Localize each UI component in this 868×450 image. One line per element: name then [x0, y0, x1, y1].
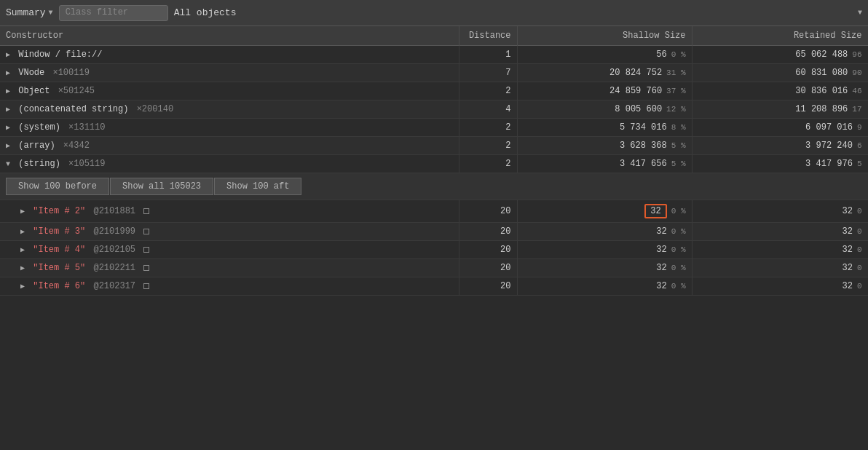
shallow-pct: 0 %	[671, 245, 686, 254]
table-row[interactable]: ▶ VNode ×100119 7 20 824 75231 % 60 831 …	[0, 64, 868, 82]
toolbar: Summary ▼ Class filter All objects ▼	[0, 0, 868, 26]
expand-arrow[interactable]: ▶	[6, 50, 10, 59]
shallow-size-cell: 3 417 6565 %	[517, 155, 692, 173]
retained-pct: 46	[852, 87, 861, 95]
table-row[interactable]: ▶ (concatenated string) ×200140 4 8 005 …	[0, 100, 868, 119]
instance-count: ×501245	[58, 86, 95, 96]
shallow-pct: 8 %	[671, 123, 686, 132]
distance-cell: 7	[459, 64, 517, 82]
constructor-name: Window / file://	[18, 50, 102, 60]
show-after-button[interactable]: Show 100 aft	[214, 178, 301, 195]
shallow-pct: 5 %	[671, 141, 686, 150]
retained-pct: 5	[857, 159, 862, 168]
expand-arrow[interactable]: ▼	[6, 160, 10, 168]
string-value: "Item # 3"	[33, 226, 85, 237]
instance-count: ×4342	[63, 141, 90, 151]
retained-pct: 0	[857, 227, 862, 236]
expand-arrow[interactable]: ▶	[6, 105, 10, 114]
expand-arrow[interactable]: ▶	[20, 245, 25, 254]
retained-size-header: Retained Size	[692, 26, 868, 46]
expand-arrow[interactable]: ▶	[20, 264, 25, 272]
shallow-pct: 0 %	[671, 227, 686, 236]
retained-pct: 6	[857, 141, 862, 150]
string-item-row[interactable]: ▶ "Item # 5" @2102211 20 320 % 320	[0, 259, 868, 277]
retained-pct: 0	[857, 245, 862, 254]
string-value: "Item # 4"	[33, 245, 85, 255]
table-row[interactable]: ▶ (system) ×131110 2 5 734 0168 % 6 097 …	[0, 119, 868, 137]
retained-size-cell: 3 972 2406	[692, 137, 868, 155]
shallow-size-header: Shallow Size	[517, 26, 692, 46]
link-icon	[143, 229, 149, 234]
string-id: @2102317	[93, 281, 135, 291]
constructor-name: (array)	[18, 141, 55, 151]
expand-arrow[interactable]: ▶	[6, 141, 10, 150]
class-filter-placeholder: Class filter	[66, 7, 128, 17]
show-before-button[interactable]: Show 100 before	[6, 178, 109, 195]
class-filter-input[interactable]: Class filter	[59, 5, 168, 21]
shallow-pct: 0 %	[671, 264, 686, 272]
show-buttons-cell: Show 100 before Show all 105023 Show 100…	[0, 173, 868, 200]
expand-arrow[interactable]: ▶	[20, 227, 25, 236]
shallow-size-cell: 3 628 3685 %	[517, 137, 692, 155]
string-distance-cell: 20	[459, 259, 517, 277]
string-id: @2102211	[93, 263, 135, 273]
string-id: @2101999	[93, 226, 135, 237]
summary-dropdown[interactable]: Summary ▼	[6, 7, 53, 18]
shallow-pct: 0 %	[671, 50, 686, 59]
distance-cell: 2	[459, 137, 517, 155]
show-all-button[interactable]: Show all 105023	[110, 178, 213, 195]
constructor-cell: ▶ (system) ×131110	[0, 119, 459, 137]
string-constructor-cell: ▶ "Item # 6" @2102317	[0, 277, 459, 296]
retained-pct: 0	[857, 282, 862, 291]
string-item-row[interactable]: ▶ "Item # 4" @2102105 20 320 % 320	[0, 241, 868, 259]
link-icon	[143, 208, 149, 214]
string-retained-cell: 320	[692, 223, 868, 241]
distance-header: Distance	[459, 26, 517, 46]
retained-size-cell: 30 836 01646	[692, 82, 868, 100]
constructor-name: (system)	[18, 122, 60, 133]
string-constructor-cell: ▶ "Item # 4" @2102105	[0, 241, 459, 259]
table-row[interactable]: ▼ (string) ×105119 2 3 417 6565 % 3 417 …	[0, 155, 868, 173]
constructor-name: VNode	[18, 68, 44, 78]
shallow-size-cell: 24 859 76037 %	[517, 82, 692, 100]
string-value: "Item # 6"	[33, 281, 85, 291]
shallow-size-cell: 5 734 0168 %	[517, 119, 692, 137]
show-buttons-row: Show 100 before Show all 105023 Show 100…	[0, 173, 868, 200]
string-item-row[interactable]: ▶ "Item # 2" @2101881 20 320 % 320	[0, 200, 868, 223]
show-buttons-container: Show 100 before Show all 105023 Show 100…	[6, 178, 862, 195]
summary-label: Summary	[6, 7, 46, 18]
string-shallow-cell: 320 %	[517, 259, 692, 277]
string-value: "Item # 5"	[33, 263, 85, 273]
string-distance-cell: 20	[459, 200, 517, 223]
expand-arrow[interactable]: ▶	[6, 87, 10, 95]
string-item-row[interactable]: ▶ "Item # 3" @2101999 20 320 % 320	[0, 223, 868, 241]
string-distance-cell: 20	[459, 241, 517, 259]
constructor-name: Object	[18, 86, 50, 96]
instance-count: ×200140	[137, 104, 173, 114]
string-retained-cell: 320	[692, 277, 868, 296]
expand-arrow[interactable]: ▶	[20, 207, 25, 216]
instance-count: ×100119	[52, 68, 89, 78]
string-shallow-cell: 320 %	[517, 200, 692, 223]
retained-size-cell: 11 208 89617	[692, 100, 868, 119]
retained-pct: 96	[852, 50, 861, 59]
table-row[interactable]: ▶ (array) ×4342 2 3 628 3685 % 3 972 240…	[0, 137, 868, 155]
link-icon	[143, 265, 149, 271]
constructor-cell: ▶ (array) ×4342	[0, 137, 459, 155]
string-retained-cell: 320	[692, 241, 868, 259]
table-row[interactable]: ▶ Window / file:// 1 560 % 65 062 48896	[0, 46, 868, 64]
expand-arrow[interactable]: ▶	[6, 123, 10, 132]
string-retained-cell: 320	[692, 259, 868, 277]
constructor-header: Constructor	[0, 26, 459, 46]
retained-pct: 0	[857, 264, 862, 272]
right-dropdown-arrow: ▼	[858, 9, 862, 17]
constructor-name: (string)	[18, 159, 60, 169]
distance-cell: 2	[459, 155, 517, 173]
expand-arrow[interactable]: ▶	[6, 68, 10, 77]
table-row[interactable]: ▶ Object ×501245 2 24 859 76037 % 30 836…	[0, 82, 868, 100]
summary-dropdown-arrow: ▼	[49, 9, 53, 17]
expand-arrow[interactable]: ▶	[20, 282, 25, 291]
shallow-pct: 37 %	[666, 87, 685, 95]
link-icon	[143, 247, 149, 253]
string-item-row[interactable]: ▶ "Item # 6" @2102317 20 320 % 320	[0, 277, 868, 296]
